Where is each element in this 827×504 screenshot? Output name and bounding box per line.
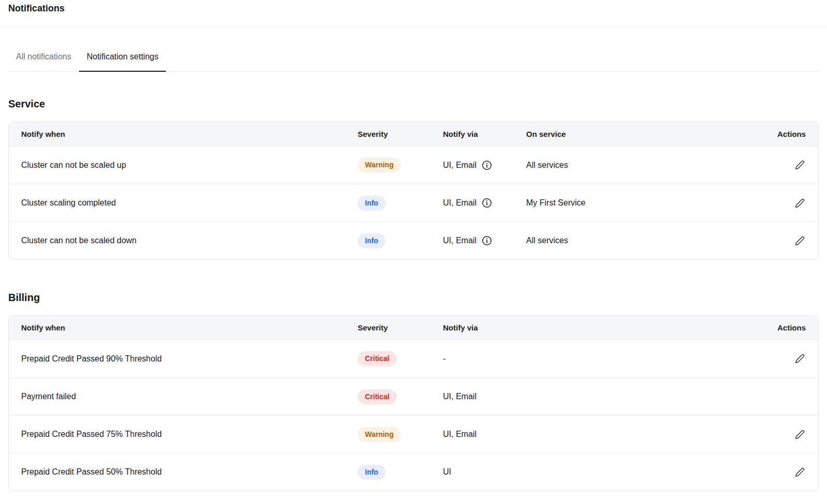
actions-cell — [770, 466, 806, 478]
section-title-service: Service — [8, 97, 819, 111]
notify-via-cell: UI, Email — [443, 430, 770, 439]
tab-notification-settings[interactable]: Notification settings — [79, 52, 166, 72]
page-title: Notifications — [8, 3, 819, 14]
notify-via-value: UI — [443, 467, 451, 477]
severity-badge-warning: Warning — [358, 427, 401, 442]
severity-cell: Info — [358, 233, 443, 248]
severity-badge-critical: Critical — [358, 389, 396, 404]
severity-cell: Info — [358, 196, 443, 211]
pencil-icon — [795, 198, 805, 208]
column-header-severity: Severity — [358, 323, 443, 332]
info-icon[interactable] — [482, 160, 492, 170]
table-row: Cluster can not be scaled upWarningUI, E… — [9, 146, 818, 184]
severity-cell: Info — [358, 465, 443, 480]
column-header-notify-when: Notify when — [21, 323, 358, 332]
edit-button[interactable] — [794, 235, 806, 247]
severity-badge-info: Info — [358, 196, 386, 211]
notify-when-cell: Cluster can not be scaled down — [21, 236, 358, 245]
section-title-billing: Billing — [8, 290, 819, 305]
column-header-actions: Actions — [770, 323, 806, 332]
notify-via-value: UI, Email — [443, 392, 477, 401]
notify-when-cell: Cluster scaling completed — [21, 198, 358, 208]
column-header-on-service: On service — [526, 130, 770, 138]
notify-when-cell: Prepaid Credit Passed 75% Threshold — [21, 430, 358, 439]
notify-via-value: UI, Email — [443, 430, 477, 439]
pencil-icon — [795, 430, 805, 439]
on-service-cell: All services — [526, 161, 770, 170]
table-header-row: Notify whenSeverityNotify viaOn serviceA… — [9, 122, 818, 146]
notify-via-cell: UI, Email — [443, 198, 526, 208]
severity-badge-warning: Warning — [358, 158, 401, 172]
column-header-notify-when: Notify when — [21, 130, 358, 138]
edit-button[interactable] — [794, 159, 806, 171]
pencil-icon — [795, 354, 805, 364]
notify-via-value: UI, Email — [443, 161, 477, 170]
service-table: Notify whenSeverityNotify viaOn serviceA… — [8, 122, 819, 260]
actions-cell — [770, 235, 806, 247]
notify-when-cell: Prepaid Credit Passed 50% Threshold — [21, 467, 358, 477]
billing-table: Notify whenSeverityNotify viaActionsPrep… — [8, 316, 819, 491]
table-row: Payment failedCriticalUI, Email — [9, 377, 818, 415]
actions-cell — [770, 353, 806, 365]
section-service: ServiceNotify whenSeverityNotify viaOn s… — [0, 97, 827, 260]
edit-button[interactable] — [794, 429, 806, 440]
severity-badge-critical: Critical — [358, 351, 396, 366]
table-row: Prepaid Credit Passed 50% ThresholdInfoU… — [9, 453, 818, 491]
notify-when-cell: Payment failed — [21, 392, 358, 401]
notify-via-cell: - — [443, 354, 770, 364]
table-header-row: Notify whenSeverityNotify viaActions — [9, 316, 818, 340]
severity-cell: Critical — [358, 389, 443, 404]
info-icon[interactable] — [482, 235, 492, 246]
pencil-icon — [795, 236, 805, 246]
notify-via-cell: UI, Email — [443, 160, 526, 170]
severity-badge-info: Info — [358, 465, 386, 480]
notify-via-cell: UI, Email — [443, 392, 770, 401]
notification-settings-content: ServiceNotify whenSeverityNotify viaOn s… — [0, 97, 827, 491]
page-header: Notifications — [0, 0, 827, 27]
notify-via-value: UI, Email — [443, 236, 477, 245]
table-row: Prepaid Credit Passed 75% ThresholdWarni… — [9, 415, 818, 453]
tab-all-notifications[interactable]: All notifications — [8, 52, 79, 72]
notifications-page: Notifications All notificationsNotificat… — [0, 0, 827, 491]
table-row: Prepaid Credit Passed 90% ThresholdCriti… — [9, 340, 818, 377]
pencil-icon — [795, 467, 805, 477]
edit-button[interactable] — [794, 466, 806, 478]
notify-when-cell: Prepaid Credit Passed 90% Threshold — [21, 354, 358, 364]
pencil-icon — [795, 160, 805, 170]
notify-when-cell: Cluster can not be scaled up — [21, 161, 358, 170]
tab-bar: All notificationsNotification settings — [8, 52, 819, 72]
column-header-severity: Severity — [358, 130, 443, 138]
severity-cell: Warning — [358, 427, 443, 442]
actions-cell — [770, 429, 806, 440]
info-icon[interactable] — [482, 198, 492, 208]
notify-via-value: UI, Email — [443, 198, 477, 208]
severity-cell: Critical — [358, 351, 443, 366]
actions-cell — [770, 159, 806, 171]
severity-cell: Warning — [358, 158, 443, 172]
column-header-notify-via: Notify via — [443, 323, 770, 332]
section-billing: BillingNotify whenSeverityNotify viaActi… — [0, 290, 827, 491]
on-service-cell: My First Service — [526, 198, 770, 208]
edit-button[interactable] — [794, 353, 806, 365]
column-header-notify-via: Notify via — [443, 130, 526, 138]
severity-badge-info: Info — [358, 233, 386, 248]
notify-via-cell: UI — [443, 467, 770, 477]
actions-cell — [770, 197, 806, 209]
on-service-cell: All services — [526, 236, 770, 245]
table-row: Cluster scaling completedInfoUI, EmailMy… — [9, 184, 818, 222]
column-header-actions: Actions — [770, 130, 806, 138]
notify-via-value: - — [443, 354, 446, 364]
table-row: Cluster can not be scaled downInfoUI, Em… — [9, 222, 818, 259]
notify-via-cell: UI, Email — [443, 235, 526, 246]
edit-button[interactable] — [794, 197, 806, 209]
